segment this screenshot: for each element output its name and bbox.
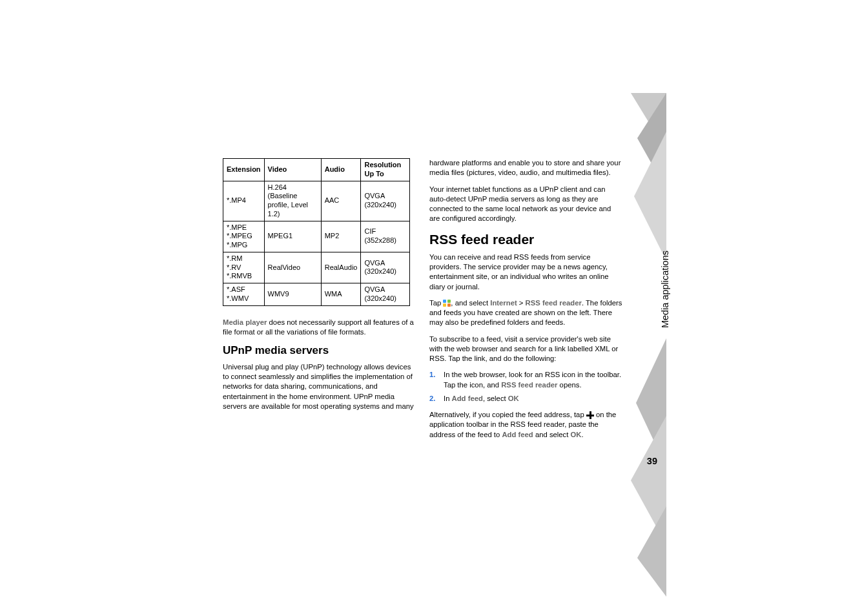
svg-marker-5 bbox=[637, 506, 666, 597]
ok-label: OK bbox=[508, 395, 519, 402]
cell-ext: *.MP4 bbox=[223, 181, 265, 221]
media-player-label: Media player bbox=[223, 318, 267, 326]
page-number: 39 bbox=[647, 456, 657, 466]
svg-marker-3 bbox=[636, 338, 666, 467]
cell-video: MPEG1 bbox=[264, 221, 321, 252]
upnp-heading: UPnP media servers bbox=[223, 344, 416, 358]
cell-audio: AAC bbox=[321, 181, 361, 221]
rss-reader-label: RSS feed reader bbox=[501, 381, 557, 389]
upnp-client-para: Your internet tablet functions as a UPnP… bbox=[429, 185, 623, 224]
page-content: Extension Video Audio Resolution Up To *… bbox=[223, 158, 626, 446]
left-column: Extension Video Audio Resolution Up To *… bbox=[223, 158, 416, 446]
table-row: *.MP4 H.264 (Baseline profile, Level 1.2… bbox=[223, 181, 410, 221]
table-header-row: Extension Video Audio Resolution Up To bbox=[223, 159, 410, 181]
cell-res: QVGA (320x240) bbox=[361, 283, 410, 306]
steps-list: 1. In the web browser, look for an RSS i… bbox=[429, 370, 623, 404]
format-table: Extension Video Audio Resolution Up To *… bbox=[223, 158, 410, 306]
alternative-para: Alternatively, if you copied the feed ad… bbox=[429, 410, 623, 440]
cell-res: QVGA (320x240) bbox=[361, 252, 410, 283]
cell-ext: *.ASF *.WMV bbox=[223, 283, 265, 306]
plus-icon bbox=[586, 411, 594, 419]
upnp-para: Universal plug and play (UPnP) technolog… bbox=[223, 362, 416, 411]
table-row: *.MPE *.MPEG *.MPG MPEG1 MP2 CIF (352x28… bbox=[223, 221, 410, 252]
cell-video: RealVideo bbox=[264, 252, 321, 283]
step-1: 1. In the web browser, look for an RSS i… bbox=[429, 370, 623, 390]
svg-marker-4 bbox=[631, 416, 666, 545]
subscribe-para: To subscribe to a feed, visit a service … bbox=[429, 334, 623, 364]
cell-ext: *.RM *.RV *.RMVB bbox=[223, 252, 265, 283]
cell-ext: *.MPE *.MPEG *.MPG bbox=[223, 221, 265, 252]
step-number: 1. bbox=[429, 370, 435, 380]
rss-intro: You can receive and read RSS feeds from … bbox=[429, 252, 623, 292]
table-row: *.RM *.RV *.RMVB RealVideo RealAudio QVG… bbox=[223, 252, 410, 283]
cell-audio: RealAudio bbox=[321, 252, 361, 283]
table-row: *.ASF *.WMV WMV9 WMA QVGA (320x240) bbox=[223, 283, 410, 306]
col-video: Video bbox=[264, 159, 321, 181]
add-feed-label: Add feed bbox=[452, 395, 483, 402]
menu-rss-reader: RSS feed reader bbox=[526, 299, 582, 307]
rss-heading: RSS feed reader bbox=[429, 231, 623, 249]
section-title: Media applications bbox=[660, 251, 670, 328]
cell-audio: MP2 bbox=[321, 221, 361, 252]
right-column: hardware platforms and enable you to sto… bbox=[429, 158, 623, 446]
col-audio: Audio bbox=[321, 159, 361, 181]
continuation-para: hardware platforms and enable you to sto… bbox=[429, 158, 623, 178]
col-resolution: Resolution Up To bbox=[361, 159, 410, 181]
step-number: 2. bbox=[429, 394, 435, 404]
rss-tap-para: Tap , and select Internet > RSS feed rea… bbox=[429, 298, 623, 328]
ok-label: OK bbox=[571, 431, 582, 438]
col-extension: Extension bbox=[223, 159, 265, 181]
cell-audio: WMA bbox=[321, 283, 361, 306]
cell-res: QVGA (320x240) bbox=[361, 181, 410, 221]
add-feed-label: Add feed bbox=[502, 431, 533, 438]
cell-res: CIF (352x288) bbox=[361, 221, 410, 252]
section-tab: Media applications bbox=[646, 154, 660, 253]
svg-marker-0 bbox=[631, 93, 666, 151]
cell-video: H.264 (Baseline profile, Level 1.2) bbox=[264, 181, 321, 221]
step-2: 2. In Add feed, select OK bbox=[429, 394, 623, 404]
media-player-note: Media player does not necessarily suppor… bbox=[223, 318, 416, 338]
cell-video: WMV9 bbox=[264, 283, 321, 306]
applications-icon bbox=[443, 300, 451, 307]
menu-internet: Internet bbox=[490, 299, 517, 307]
